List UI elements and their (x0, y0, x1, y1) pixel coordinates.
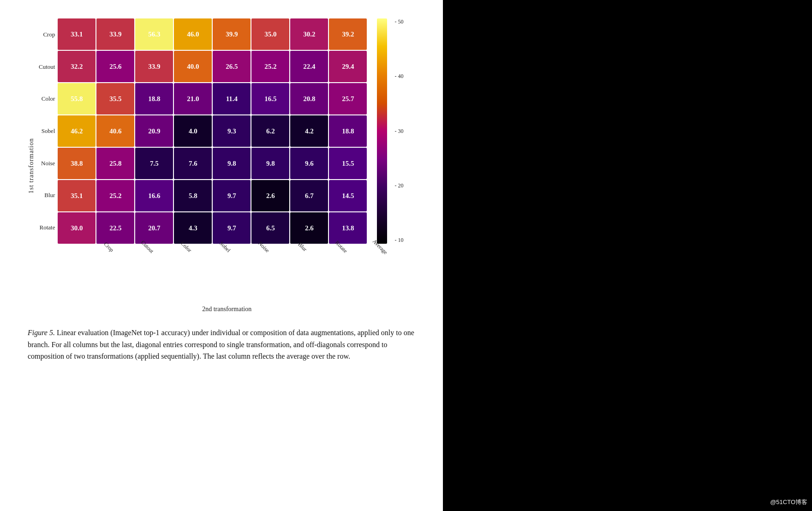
colorbar-tick: - 40 (394, 73, 403, 80)
col-labels: CropCutoutColorSobelNoiseBlurRotateAvera… (66, 246, 376, 278)
heatmap-cell: 11.4 (213, 83, 251, 114)
heatmap-cell: 33.9 (135, 51, 173, 82)
x-axis-label: 2nd transformation (66, 306, 387, 313)
heatmap-cell: 18.8 (329, 115, 367, 147)
heatmap-cell: 5.8 (174, 180, 212, 211)
heatmap-and-colorbar: 33.133.956.346.039.935.030.239.232.225.6… (58, 18, 387, 244)
heatmap-cell: 6.7 (290, 180, 328, 211)
row-label: Rotate (39, 212, 55, 243)
heatmap-cell: 39.2 (329, 18, 367, 50)
heatmap-cell: 35.1 (58, 180, 96, 211)
heatmap-cell: 14.5 (329, 180, 367, 211)
heatmap-cell: 29.4 (329, 51, 367, 82)
heatmap-cell: 25.6 (96, 51, 134, 82)
heatmap-grid: 33.133.956.346.039.935.030.239.232.225.6… (58, 18, 367, 244)
heatmap-cell: 20.9 (135, 115, 173, 147)
row-label: Sobel (39, 115, 55, 147)
heatmap-cell: 25.2 (96, 180, 134, 211)
heatmap-cell: 25.7 (329, 83, 367, 114)
heatmap-cell: 2.6 (251, 180, 289, 211)
colorbar (377, 18, 387, 244)
heatmap-cell: 18.8 (135, 83, 173, 114)
row-labels: CropCutoutColorSobelNoiseBlurRotate (39, 18, 55, 244)
heatmap-cell: 9.8 (213, 148, 251, 179)
heatmap-cell: 22.4 (290, 51, 328, 82)
heatmap-cell: 21.0 (174, 83, 212, 114)
heatmap-cell: 9.3 (213, 115, 251, 147)
figure-label: Figure 5. (28, 329, 55, 337)
colorbar-container: - 50- 40- 30- 20- 10 (377, 18, 387, 244)
col-labels-row: CropCutoutColorSobelNoiseBlurRotateAvera… (39, 246, 387, 278)
heatmap-left: 33.133.956.346.039.935.030.239.232.225.6… (58, 18, 367, 244)
heatmap-cell: 4.2 (290, 115, 328, 147)
heatmap-cell: 25.8 (96, 148, 134, 179)
heatmap-cell: 35.5 (96, 83, 134, 114)
heatmap-cell: 6.2 (251, 115, 289, 147)
heatmap-cell: 16.5 (251, 83, 289, 114)
heatmap-wrapper: 1st transformation CropCutoutColorSobelN… (28, 18, 424, 313)
heatmap-cell: 25.2 (251, 51, 289, 82)
watermark: @51CTO博客 (770, 498, 807, 506)
heatmap-cell: 30.0 (58, 212, 96, 244)
heatmap-cell: 32.2 (58, 51, 96, 82)
heatmap-cell: 35.0 (251, 18, 289, 50)
heatmap-cell: 16.6 (135, 180, 173, 211)
colorbar-tick: - 50 (394, 18, 403, 25)
heatmap-cell: 9.8 (251, 148, 289, 179)
y-axis-label: 1st transformation (28, 138, 35, 193)
heatmap-cell: 46.2 (58, 115, 96, 147)
figure-caption: Figure 5. Linear evaluation (ImageNet to… (28, 327, 424, 362)
heatmap-cell: 33.1 (58, 18, 96, 50)
row-label: Cutout (39, 51, 55, 83)
row-label: Color (39, 83, 55, 114)
colorbar-tick: - 10 (394, 237, 403, 244)
heatmap-cell: 40.6 (96, 115, 134, 147)
heatmap-cell: 39.9 (213, 18, 251, 50)
col-label-spacer (39, 246, 66, 278)
colorbar-tick: - 20 (394, 182, 403, 189)
heatmap-cell: 46.0 (174, 18, 212, 50)
right-panel (443, 0, 812, 511)
content-area: 1st transformation CropCutoutColorSobelN… (0, 0, 443, 511)
heatmap-cell: 38.8 (58, 148, 96, 179)
heatmap-cell: 33.9 (96, 18, 134, 50)
row-label: Noise (39, 148, 55, 179)
heatmap-cell: 55.8 (58, 83, 96, 114)
heatmap-cell: 9.7 (213, 180, 251, 211)
heatmap-cell: 9.6 (290, 148, 328, 179)
heatmap-cell: 7.5 (135, 148, 173, 179)
colorbar-ticks: - 50- 40- 30- 20- 10 (394, 18, 403, 244)
heatmap-cell: 20.8 (290, 83, 328, 114)
heatmap-cell: 30.2 (290, 18, 328, 50)
caption-text: Linear evaluation (ImageNet top-1 accura… (28, 329, 414, 360)
chart-container: 1st transformation CropCutoutColorSobelN… (28, 18, 424, 313)
heatmap-cell: 4.0 (174, 115, 212, 147)
heatmap-cell: 15.5 (329, 148, 367, 179)
row-label: Blur (39, 180, 55, 211)
heatmap-cell: 7.6 (174, 148, 212, 179)
row-label: Crop (39, 19, 55, 50)
heatmap-cell: 26.5 (213, 51, 251, 82)
heatmap-cell: 56.3 (135, 18, 173, 50)
colorbar-tick: - 30 (394, 128, 403, 135)
heatmap-cell: 40.0 (174, 51, 212, 82)
